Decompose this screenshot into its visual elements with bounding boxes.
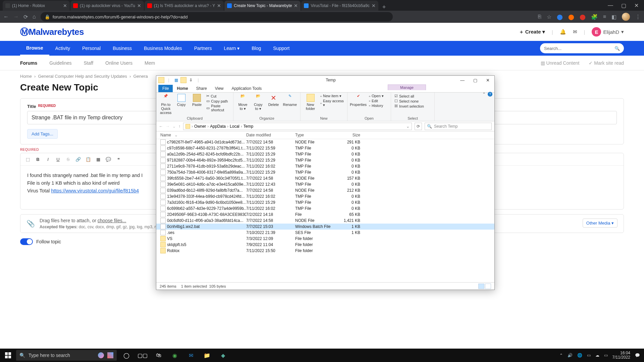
subnav-item[interactable]: Guidelines xyxy=(49,60,71,66)
file-row[interactable]: 2D49506F-96E3-410B-A73C-68A3CEE9830B7/2/… xyxy=(156,212,494,218)
ribbon-history-button[interactable]: ▫ History xyxy=(369,104,384,108)
mark-site-read-link[interactable]: ✓ Mark site read xyxy=(589,60,624,66)
file-row[interactable]: c798267f-8ef7-4965-a941-0d1dca4d673d...7… xyxy=(156,139,494,145)
tray-onedrive-icon[interactable]: ☁ xyxy=(595,353,599,358)
ribbon-invertsel-button[interactable]: ☒ Invert selection xyxy=(394,104,424,108)
ribbon-cut-button[interactable]: ✂ Cut xyxy=(206,94,230,98)
explorer-close[interactable]: ✕ xyxy=(486,78,490,83)
qat-folder-icon[interactable] xyxy=(158,77,164,83)
ribbon-edit-button[interactable]: ▫ Edit xyxy=(369,99,384,103)
reading-list-icon[interactable]: ≡ xyxy=(603,14,606,20)
subnav-item[interactable]: Online Users xyxy=(105,60,132,66)
nav-item[interactable]: Support xyxy=(267,41,296,56)
toolbar-button[interactable]: 📋 xyxy=(84,155,93,164)
tray-battery-icon[interactable]: ▭ xyxy=(587,353,591,358)
explorer-maximize[interactable]: ▢ xyxy=(473,78,477,83)
explorer-file-list[interactable]: c798267f-8ef7-4965-a941-0d1dca4d673d...7… xyxy=(156,139,494,254)
other-media-button[interactable]: Other Media ▾ xyxy=(583,219,618,228)
ribbon-newfolder-button[interactable]: New folder xyxy=(304,94,317,111)
nav-home-icon[interactable]: ⌂ xyxy=(33,14,36,20)
tab-close-icon[interactable]: ✕ xyxy=(217,3,221,8)
tray-lang-icon[interactable]: ▭ xyxy=(604,353,608,358)
ribbon-delete-button[interactable]: ✕Delete xyxy=(268,94,280,107)
ribbon-copy-button[interactable]: Copy xyxy=(175,94,187,107)
col-size[interactable]: Size xyxy=(336,133,360,137)
explorer-nav-back[interactable]: ← xyxy=(159,124,163,129)
col-date[interactable]: Date modified xyxy=(246,133,295,137)
ribbon-properties-button[interactable]: ✔Properties xyxy=(351,94,366,107)
ribbon-tab-home[interactable]: Home xyxy=(173,85,192,92)
ribbon-selectnone-button[interactable]: ☐ Select none xyxy=(394,99,424,103)
explorer-refresh-button[interactable]: ⟳ xyxy=(415,123,422,130)
start-button[interactable] xyxy=(0,349,16,362)
tab-close-icon[interactable]: ✕ xyxy=(372,3,376,8)
ribbon-tab-share[interactable]: Share xyxy=(192,85,211,92)
qat-properties-icon[interactable]: ▦ xyxy=(173,77,179,83)
toolbar-button[interactable]: ⬚ xyxy=(23,155,33,164)
tab-close-icon[interactable]: ✕ xyxy=(137,3,141,8)
subnav-item[interactable]: Forums xyxy=(20,60,37,66)
nav-item[interactable]: Partners xyxy=(188,41,218,56)
nav-item[interactable]: Activity xyxy=(49,41,76,56)
nav-forward-icon[interactable]: → xyxy=(13,14,19,20)
bookmark-icon[interactable]: ☆ xyxy=(547,14,551,20)
view-large-button[interactable] xyxy=(485,284,491,289)
breadcrumb-home[interactable]: Home xyxy=(20,74,32,79)
install-app-icon[interactable]: ⎘ xyxy=(538,14,541,20)
follow-toggle[interactable] xyxy=(20,238,33,245)
tab-close-icon[interactable]: ✕ xyxy=(294,3,298,8)
toolbar-button[interactable]: 🔗 xyxy=(73,155,83,164)
toolbar-button[interactable]: B xyxy=(33,155,43,164)
window-close[interactable]: ✕ xyxy=(634,2,639,9)
create-button[interactable]: ＋ Create ▾ xyxy=(519,29,545,35)
file-row[interactable]: 13e94378-333f-44ea-b99d-cb978cd424fd...7… xyxy=(156,193,494,199)
qat-customize-icon[interactable]: ⇩ xyxy=(188,77,194,83)
ribbon-pin-button[interactable]: 📌Pin to Quick access xyxy=(160,94,172,115)
tb-cortana-icon[interactable]: ◯ xyxy=(119,349,134,362)
file-row[interactable]: 7a3d160c-f816-436a-9d90-6c6bd1050ee8...7… xyxy=(156,199,494,205)
file-row[interactable]: 97182887-00b4-464b-892e-39594bc2fcd5...7… xyxy=(156,157,494,163)
extensions-icon[interactable]: 🧩 xyxy=(591,14,598,20)
browser-tab[interactable]: (1) op autoclicker virus - YouTu✕ xyxy=(70,1,144,11)
site-logo[interactable]: ⓂMalwarebytes xyxy=(20,26,84,38)
ribbon-copyto-button[interactable]: 📂Copy to ▾ xyxy=(252,94,264,111)
site-search[interactable]: Search... 🔍 xyxy=(540,43,624,53)
ext-generic-icon[interactable]: ⬤ xyxy=(568,14,574,20)
file-row[interactable]: VS7/3/2022 12:09File folder xyxy=(156,236,494,242)
virustotal-link[interactable]: https://www.virustotal.com/gui/file/f815… xyxy=(51,188,139,193)
ribbon-copypath-button[interactable]: ▭ Copy path xyxy=(206,99,230,103)
toolbar-button[interactable]: 💬 xyxy=(104,155,113,164)
tray-network-icon[interactable]: 🌐 xyxy=(577,353,582,358)
subnav-item[interactable]: Mem xyxy=(145,60,155,66)
ext-mb-icon[interactable]: ⬤ xyxy=(557,14,563,20)
file-row[interactable]: 750a754d-73b8-4006-8317-6fe85a899a9a...7… xyxy=(156,169,494,175)
search-highlight-icon[interactable] xyxy=(98,352,104,358)
nav-item[interactable]: Business Modules xyxy=(138,41,188,56)
nav-item[interactable]: Blog xyxy=(246,41,267,56)
ribbon-open-button[interactable]: ▫ Open ▾ xyxy=(369,94,384,98)
unread-content-link[interactable]: ▥ Unread Content xyxy=(541,60,580,66)
toolbar-button[interactable]: U xyxy=(53,155,63,164)
tb-mail-icon[interactable]: ✉ xyxy=(183,349,199,362)
toolbar-button[interactable]: ❝ xyxy=(114,155,123,164)
file-row[interactable]: 39e5e081-d410-4d6c-a7dc-e3e415ca609e...7… xyxy=(156,181,494,187)
nav-reload-icon[interactable]: ⟳ xyxy=(23,14,28,20)
tb-explorer-icon[interactable]: 📁 xyxy=(199,349,215,362)
messages-icon[interactable]: ✉ xyxy=(573,29,577,35)
side-panel-icon[interactable]: ◧ xyxy=(611,14,616,20)
browser-tab[interactable]: VirusTotal - File - f815b40cb5a9c✕ xyxy=(301,1,378,11)
tb-chrome-icon[interactable]: ◉ xyxy=(167,349,182,362)
tray-notifications-icon[interactable]: 💬 xyxy=(635,353,640,358)
choose-files-link[interactable]: choose files... xyxy=(98,218,126,223)
ribbon-moveto-button[interactable]: 📂Move to ▾ xyxy=(237,94,249,111)
tray-volume-icon[interactable]: 🔊 xyxy=(568,353,573,358)
nav-item[interactable]: Personal xyxy=(76,41,107,56)
qat-newfolder-icon[interactable] xyxy=(180,77,186,83)
ribbon-newitem-button[interactable]: ▫ New item ▾ xyxy=(320,94,344,98)
ribbon-tab-view[interactable]: View xyxy=(211,85,228,92)
browser-tab[interactable]: Create New Topic - Malwarebyte✕ xyxy=(224,1,301,11)
browser-tab[interactable]: (1) Home - Roblox✕ xyxy=(3,1,70,11)
file-row[interactable]: 6c699b62-a557-4d3e-9229-727a4de9959b...7… xyxy=(156,205,494,212)
tb-taskview-icon[interactable]: ▢▢ xyxy=(135,349,150,362)
add-tags-button[interactable]: Add Tags... xyxy=(27,129,58,139)
